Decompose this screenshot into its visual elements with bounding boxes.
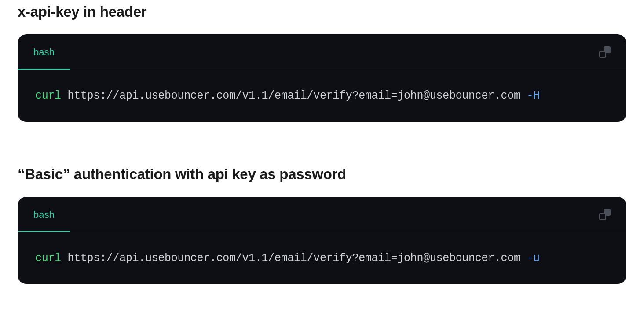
code-flag: -u xyxy=(527,252,539,265)
code-content[interactable]: curl https://api.usebouncer.com/v1.1/ema… xyxy=(18,232,626,284)
code-command: curl xyxy=(35,252,61,265)
code-language-tab[interactable]: bash xyxy=(18,197,70,232)
code-flag: -H xyxy=(527,89,539,102)
copy-icon xyxy=(599,46,611,58)
code-block-api-key-header: bash curl https://api.usebouncer.com/v1.… xyxy=(18,34,626,122)
copy-code-button[interactable] xyxy=(596,205,614,224)
code-block-basic-auth: bash curl https://api.usebouncer.com/v1.… xyxy=(18,197,626,284)
code-block-header: bash xyxy=(18,34,626,70)
code-line: curl https://api.usebouncer.com/v1.1/ema… xyxy=(35,89,540,102)
code-url: https://api.usebouncer.com/v1.1/email/ve… xyxy=(68,252,520,265)
copy-icon xyxy=(599,209,611,220)
code-block-header: bash xyxy=(18,197,626,232)
code-line: curl https://api.usebouncer.com/v1.1/ema… xyxy=(35,252,540,265)
code-content[interactable]: curl https://api.usebouncer.com/v1.1/ema… xyxy=(18,70,626,122)
section-heading-basic-auth: “Basic” authentication with api key as p… xyxy=(18,166,626,183)
code-command: curl xyxy=(35,89,61,102)
copy-code-button[interactable] xyxy=(596,43,614,61)
code-language-tab[interactable]: bash xyxy=(18,34,70,70)
section-heading-api-key-header: x-api-key in header xyxy=(18,4,626,20)
code-url: https://api.usebouncer.com/v1.1/email/ve… xyxy=(68,89,520,102)
